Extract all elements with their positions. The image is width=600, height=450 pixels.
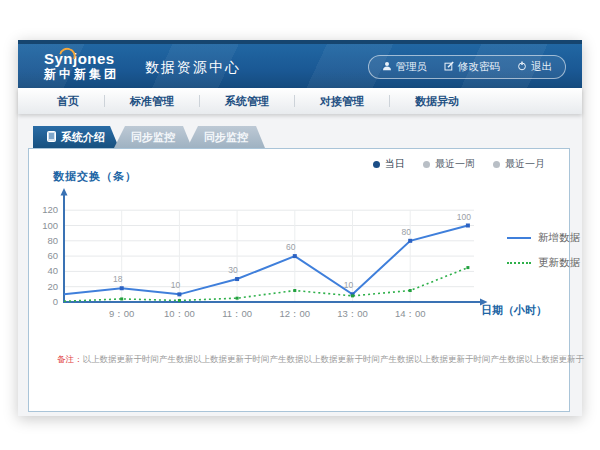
user-icon [382,61,392,73]
tab-label: 同步监控 [204,130,248,145]
svg-text:60: 60 [47,250,58,261]
svg-text:30: 30 [228,265,238,275]
footnote-prefix: 备注： [57,354,83,364]
chart-panel: 当日 最近一周 最近一月 数据交换（条） 0204060801001209：00… [28,148,570,412]
logout-label: 退出 [531,60,552,74]
tab-bar: 系统介绍 同步监控 同步监控 [33,126,265,148]
legend-line-sample [507,237,531,239]
company-logo: Synjones 新中新集团 [44,51,119,81]
tab-sync-monitor-2[interactable]: 同步监控 [187,126,265,148]
nav-item-interface-mgmt[interactable]: 对接管理 [295,94,389,109]
power-icon [517,61,527,73]
user-account-button[interactable]: 管理员 [382,60,428,74]
logout-button[interactable]: 退出 [517,60,552,74]
svg-text:12：00: 12：00 [279,308,310,319]
nav-item-home[interactable]: 首页 [32,94,104,109]
svg-text:60: 60 [286,242,296,252]
svg-text:10: 10 [344,280,354,290]
svg-text:40: 40 [47,265,58,276]
legend-item-new-data: 新增数据 [507,231,580,245]
nav-item-data-change[interactable]: 数据异动 [390,94,484,109]
svg-text:20: 20 [47,281,58,292]
change-password-label: 修改密码 [458,60,500,74]
legend-label: 新增数据 [538,231,580,245]
tab-label: 系统介绍 [61,130,105,145]
svg-text:11：00: 11：00 [222,308,252,319]
nav-item-system-mgmt[interactable]: 系统管理 [200,94,294,109]
x-axis-title: 日期（小时） [481,303,547,318]
nav-item-standard-mgmt[interactable]: 标准管理 [105,94,199,109]
legend-line-sample [507,262,531,264]
page-title: 数据资源中心 [145,55,241,77]
svg-text:14：00: 14：00 [395,308,426,319]
svg-text:100: 100 [457,212,471,222]
logo-text-cn: 新中新集团 [44,68,119,81]
logo-text-en: Synjones [44,51,119,68]
user-toolbar: 管理员 修改密码 退出 [368,55,567,79]
svg-text:10: 10 [171,280,181,290]
legend-label: 更新数据 [538,256,580,270]
document-icon [47,131,56,144]
svg-text:18: 18 [113,274,123,284]
svg-text:80: 80 [401,227,411,237]
svg-text:10：00: 10：00 [164,308,195,319]
line-chart: 0204060801001209：0010：0011：0012：0013：001… [29,149,571,413]
tab-system-intro[interactable]: 系统介绍 [33,126,119,148]
legend-item-updated-data: 更新数据 [507,256,580,270]
svg-text:120: 120 [42,204,58,215]
svg-text:0: 0 [53,296,58,307]
change-password-button[interactable]: 修改密码 [444,60,500,74]
chart-legend: 新增数据 更新数据 [507,231,580,281]
svg-text:100: 100 [42,220,58,231]
tab-sync-monitor-1[interactable]: 同步监控 [114,126,192,148]
footnote: 备注：以上数据更新于时间产生数据以上数据更新于时间产生数据以上数据更新于时间产生… [57,354,584,366]
app-window: Synjones 新中新集团 数据资源中心 管理员 修改密码 退出 [18,40,582,416]
footnote-text: 以上数据更新于时间产生数据以上数据更新于时间产生数据以上数据更新于时间产生数据以… [83,354,585,364]
tab-label: 同步监控 [131,130,175,145]
svg-text:80: 80 [47,235,58,246]
app-header: Synjones 新中新集团 数据资源中心 管理员 修改密码 退出 [18,44,582,88]
svg-text:13：00: 13：00 [337,308,368,319]
user-name-label: 管理员 [396,60,428,74]
edit-icon [444,61,454,73]
svg-text:9：00: 9：00 [109,308,134,319]
main-nav: 首页 标准管理 系统管理 对接管理 数据异动 [18,88,582,114]
